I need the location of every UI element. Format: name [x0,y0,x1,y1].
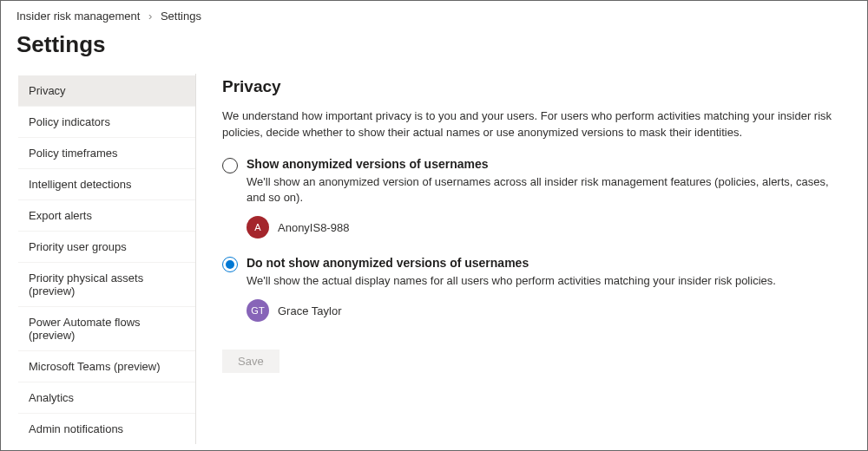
sidebar-item-policy-timeframes[interactable]: Policy timeframes [18,138,195,169]
option-actual-names-desc: We'll show the actual display names for … [247,273,841,289]
avatar-actual-names: GT [247,299,269,322]
option-actual-names: Do not show anonymized versions of usern… [222,256,841,322]
example-anonymized-name: AnonyIS8-988 [278,221,349,234]
sidebar-item-power-automate-flows[interactable]: Power Automate flows (preview) [18,307,195,351]
breadcrumb-current: Settings [161,10,201,23]
save-button[interactable]: Save [222,350,279,373]
example-anonymized: A AnonyIS8-988 [247,216,841,239]
chevron-right-icon: › [148,10,152,23]
sidebar-item-analytics[interactable]: Analytics [18,382,195,414]
sidebar-item-microsoft-teams[interactable]: Microsoft Teams (preview) [18,351,195,382]
breadcrumb-root[interactable]: Insider risk management [16,10,140,23]
radio-actual-names[interactable] [222,257,238,272]
option-actual-names-label[interactable]: Do not show anonymized versions of usern… [247,256,529,270]
sidebar-item-priority-physical-assets[interactable]: Priority physical assets (preview) [18,263,195,307]
main-panel: Privacy We understand how important priv… [196,74,850,444]
sidebar-item-export-alerts[interactable]: Export alerts [18,200,195,232]
sidebar-item-intelligent-detections[interactable]: Intelligent detections [18,169,195,200]
option-anonymized: Show anonymized versions of usernames We… [222,157,841,239]
sidebar-item-privacy[interactable]: Privacy [18,75,195,107]
sidebar-item-priority-user-groups[interactable]: Priority user groups [18,232,195,263]
sidebar-item-policy-indicators[interactable]: Policy indicators [18,107,195,138]
option-anonymized-label[interactable]: Show anonymized versions of usernames [247,157,489,171]
breadcrumb: Insider risk management › Settings [1,1,867,26]
radio-anonymized[interactable] [222,158,238,173]
section-title: Privacy [222,77,841,96]
example-actual-names: GT Grace Taylor [247,299,841,322]
avatar-anonymized: A [247,216,269,239]
section-intro: We understand how important privacy is t… [222,108,841,141]
sidebar-item-admin-notifications[interactable]: Admin notifications [18,414,195,444]
example-actual-names-name: Grace Taylor [278,304,341,317]
page-title: Settings [1,26,867,74]
option-anonymized-desc: We'll show an anonymized version of user… [247,174,841,206]
settings-sidebar: Privacy Policy indicators Policy timefra… [18,74,196,444]
